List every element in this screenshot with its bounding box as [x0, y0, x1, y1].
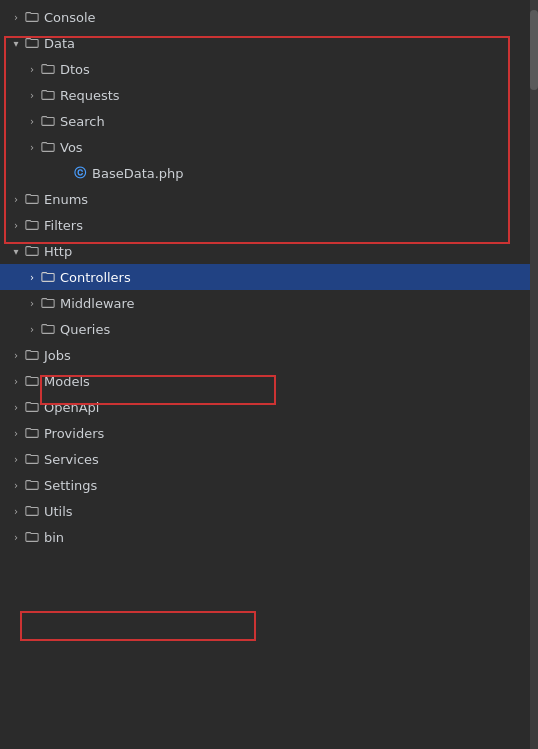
chevron-icon [8, 503, 24, 519]
item-label: Data [44, 36, 75, 51]
chevron-icon [24, 269, 40, 285]
chevron-icon [24, 87, 40, 103]
chevron-icon [24, 61, 40, 77]
item-label: Search [60, 114, 105, 129]
folder-icon [24, 399, 40, 415]
item-label: Settings [44, 478, 97, 493]
tree-item-dtos[interactable]: Dtos [0, 56, 530, 82]
item-label: Queries [60, 322, 110, 337]
item-label: OpenApi [44, 400, 99, 415]
folder-icon [24, 217, 40, 233]
tree-item-enums[interactable]: Enums [0, 186, 530, 212]
chevron-icon [24, 113, 40, 129]
folder-icon [40, 269, 56, 285]
chevron-icon [24, 295, 40, 311]
folder-icon [40, 87, 56, 103]
folder-icon [24, 503, 40, 519]
item-label: Dtos [60, 62, 90, 77]
item-label: Vos [60, 140, 83, 155]
file-tree[interactable]: Console Data Dtos Requests [0, 0, 530, 749]
chevron-icon [8, 477, 24, 493]
scrollbar[interactable] [530, 0, 538, 749]
tree-item-jobs[interactable]: Jobs [0, 342, 530, 368]
item-label: Http [44, 244, 72, 259]
tree-item-bin[interactable]: bin [0, 524, 530, 550]
folder-icon [24, 191, 40, 207]
tree-item-models[interactable]: Models [0, 368, 530, 394]
tree-item-providers[interactable]: Providers [0, 420, 530, 446]
folder-icon [24, 373, 40, 389]
folder-icon [40, 295, 56, 311]
tree-item-services[interactable]: Services [0, 446, 530, 472]
item-label: Providers [44, 426, 104, 441]
tree-item-settings[interactable]: Settings [0, 472, 530, 498]
tree-item-vos[interactable]: Vos [0, 134, 530, 160]
folder-icon [24, 425, 40, 441]
folder-icon [24, 9, 40, 25]
item-label: Middleware [60, 296, 135, 311]
tree-item-requests[interactable]: Requests [0, 82, 530, 108]
services-outline [20, 611, 256, 641]
folder-icon [24, 35, 40, 51]
chevron-icon [24, 321, 40, 337]
tree-item-queries[interactable]: Queries [0, 316, 530, 342]
scrollbar-thumb[interactable] [530, 10, 538, 90]
item-label: Controllers [60, 270, 131, 285]
chevron-icon [8, 425, 24, 441]
chevron-icon [8, 243, 24, 259]
folder-icon [40, 113, 56, 129]
item-label: Enums [44, 192, 88, 207]
chevron-icon [8, 347, 24, 363]
folder-icon [24, 243, 40, 259]
tree-item-middleware[interactable]: Middleware [0, 290, 530, 316]
item-label: Models [44, 374, 90, 389]
item-label: Services [44, 452, 99, 467]
tree-item-basedata[interactable]: ⓒ BaseData.php [0, 160, 530, 186]
chevron-icon [8, 529, 24, 545]
chevron-icon [8, 9, 24, 25]
chevron-icon [8, 35, 24, 51]
folder-icon [24, 347, 40, 363]
tree-item-openapi[interactable]: OpenApi [0, 394, 530, 420]
folder-icon [24, 529, 40, 545]
item-label: Requests [60, 88, 120, 103]
folder-icon [24, 451, 40, 467]
item-label: Jobs [44, 348, 71, 363]
tree-item-http[interactable]: Http [0, 238, 530, 264]
chevron-icon [8, 451, 24, 467]
chevron-icon [8, 217, 24, 233]
chevron-icon [24, 139, 40, 155]
tree-item-data[interactable]: Data [0, 30, 530, 56]
folder-icon [40, 321, 56, 337]
chevron-icon [8, 399, 24, 415]
item-label: bin [44, 530, 64, 545]
tree-item-filters[interactable]: Filters [0, 212, 530, 238]
item-label: Utils [44, 504, 73, 519]
item-label: Console [44, 10, 96, 25]
folder-icon [24, 477, 40, 493]
tree-item-search[interactable]: Search [0, 108, 530, 134]
tree-item-utils[interactable]: Utils [0, 498, 530, 524]
item-label: Filters [44, 218, 83, 233]
tree-item-console[interactable]: Console [0, 4, 530, 30]
php-class-icon: ⓒ [72, 165, 88, 181]
item-label: BaseData.php [92, 166, 184, 181]
chevron-icon [8, 373, 24, 389]
tree-item-controllers[interactable]: Controllers [0, 264, 530, 290]
folder-icon [40, 61, 56, 77]
folder-icon [40, 139, 56, 155]
chevron-icon [8, 191, 24, 207]
